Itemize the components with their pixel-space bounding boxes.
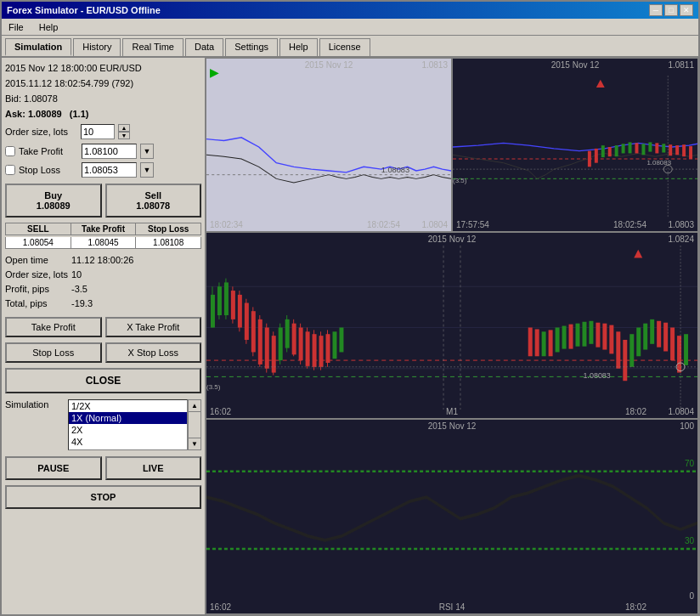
pause-button[interactable]: PAUSE [5,456,102,480]
svg-rect-11 [635,143,639,153]
tab-simulation[interactable]: Simulation [5,38,71,56]
tab-data[interactable]: Data [185,38,223,56]
sim-scroll-down[interactable]: ▼ [189,438,200,449]
tab-history[interactable]: History [73,38,121,56]
svg-rect-90 [657,321,661,348]
main-window: Forex Simulator - EUR/USD Offline ─ □ ✕ … [0,0,700,616]
pos-val-sl: 1.08108 [136,237,200,248]
title-bar: Forex Simulator - EUR/USD Offline ─ □ ✕ [2,2,698,19]
svg-rect-7 [608,147,612,156]
ask-value: 1.08089 [28,109,62,119]
svg-rect-10 [629,142,632,153]
pos-header-sl: Stop Loss [136,223,200,235]
svg-rect-78 [575,324,579,347]
svg-text:(3.5): (3.5) [453,177,467,184]
simulation-speed-list[interactable]: 1/2X 1X (Normal) 2X 4X Max [68,399,188,450]
speed-4x[interactable]: 4X [69,436,187,448]
menu-bar: File Help [2,19,698,36]
svg-rect-73 [542,331,546,356]
left-panel: 2015 Nov 12 18:00:00 EUR/USD 2015.11.12 … [2,58,206,614]
take-profit-checkbox[interactable] [5,146,15,156]
sell-button[interactable]: Sell 1.08078 [105,184,202,218]
position-header: SELL Take Profit Stop Loss [5,223,201,235]
spinner-down[interactable]: ▼ [118,132,130,139]
svg-rect-89 [650,319,654,344]
spinner-up[interactable]: ▲ [118,124,130,132]
pause-live-row: PAUSE LIVE [5,456,201,480]
chart-main-price: 1.0824 [668,235,694,244]
svg-rect-83 [609,325,613,354]
chart-rsi: 2015 Nov 12 100 70 30 0 16:02 RSI 14 18:… [206,419,698,614]
main-content: 2015 Nov 12 18:00:00 EUR/USD 2015.11.12 … [2,58,698,614]
stop-button[interactable]: STOP [5,485,201,509]
tab-settings[interactable]: Settings [225,38,278,56]
chart-tl-price-bottom: 1.0804 [421,220,448,229]
buy-price: 1.08089 [37,201,71,211]
x-take-profit-button[interactable]: X Take Profit [105,317,202,337]
svg-rect-75 [556,328,560,353]
svg-rect-9 [622,144,625,153]
svg-rect-65 [326,334,330,363]
speed-half[interactable]: 1/2X [69,400,187,412]
chart-main-date: 2015 Nov 12 [428,235,477,244]
stop-loss-dropdown[interactable]: ▼ [140,162,154,178]
chart-main: 2015 Nov 12 1.0824 16:02 M1 18:02 1.0804 [206,232,698,419]
svg-rect-53 [285,319,290,348]
svg-rect-59 [306,331,310,366]
speed-1x[interactable]: 1X (Normal) [69,412,187,424]
speed-max[interactable]: Max [69,448,187,450]
svg-rect-67 [332,331,336,359]
stop-loss-checkbox[interactable] [5,165,15,175]
take-profit-button[interactable]: Take Profit [5,317,102,337]
chart-tl-time-left: 18:02:34 [210,220,243,229]
tab-help[interactable]: Help [279,38,318,56]
menu-help[interactable]: Help [36,21,62,33]
buy-button[interactable]: Buy 1.08089 [5,184,102,218]
take-profit-input[interactable] [82,144,137,159]
svg-text:1.08083: 1.08083 [583,371,610,380]
svg-rect-8 [615,145,618,156]
live-button[interactable]: LIVE [105,456,202,480]
order-size-label2: Order size, lots [5,268,71,282]
svg-rect-12 [641,144,645,155]
close-button[interactable]: ✕ [680,4,693,16]
x-stop-loss-button[interactable]: X Stop Loss [105,342,202,363]
svg-rect-13 [648,142,652,151]
sim-scroll-up[interactable]: ▲ [189,400,200,412]
order-size-value2: 10 [71,268,137,282]
chart-tl-price: 1.0813 [421,60,448,70]
order-size-spinner: ▲ ▼ [118,124,130,139]
total-pips-value: -19.3 [71,297,137,311]
bid-value: 1.08078 [24,93,58,104]
minimize-button[interactable]: ─ [649,4,663,16]
svg-text:1.08083: 1.08083 [381,166,410,174]
maximize-button[interactable]: □ [664,4,678,16]
order-size-input[interactable] [81,124,115,139]
stop-loss-input[interactable] [82,162,137,178]
charts-top-row: 2015 Nov 12 1.0813 18:02:34 18:02:54 1.0… [206,58,698,232]
menu-file[interactable]: File [5,21,27,33]
chart-tl-date: 2015 Nov 12 [305,60,353,70]
rsi-level-100: 100 [680,421,694,431]
close-button[interactable]: CLOSE [5,368,201,393]
take-profit-row: Take Profit ▼ [5,144,201,159]
ask-row: Ask: 1.08089 (1.1) [5,107,201,121]
stop-loss-label: Stop Loss [19,165,78,175]
stop-loss-button[interactable]: Stop Loss [5,342,102,363]
right-panel: 2015 Nov 12 1.0813 18:02:34 18:02:54 1.0… [206,58,698,614]
svg-rect-71 [528,328,533,357]
speed-2x[interactable]: 2X [69,424,187,436]
pos-val-tp: 1.08045 [71,237,137,248]
tab-bar: Simulation History Real Time Data Settin… [2,36,698,58]
svg-rect-80 [589,321,593,344]
svg-marker-20 [596,80,605,88]
svg-rect-14 [655,143,658,153]
simulation-label: Simulation [5,399,65,410]
take-profit-dropdown[interactable]: ▼ [140,144,154,159]
tab-realtime[interactable]: Real Time [122,38,183,56]
chart-tl-time-right: 18:02:54 [367,220,400,229]
svg-rect-92 [670,328,675,361]
stop-loss-action-row: Stop Loss X Stop Loss [5,342,201,363]
tab-license[interactable]: License [319,38,370,56]
bid-label: Bid: [5,93,21,104]
